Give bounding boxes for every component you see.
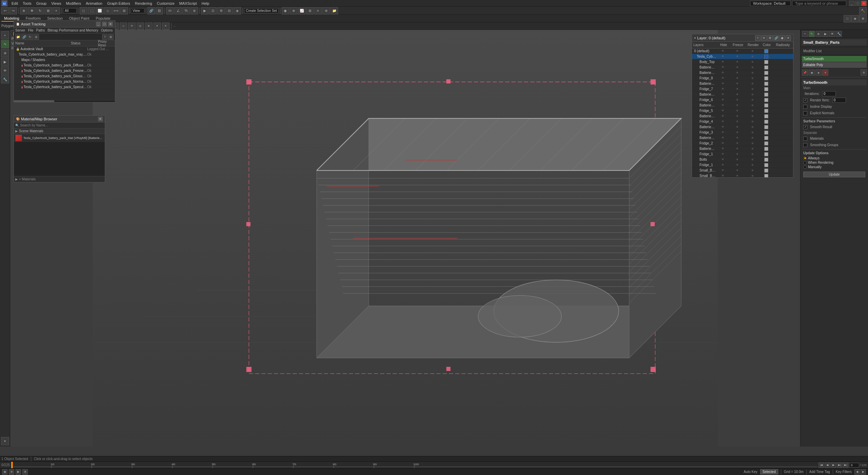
asset-menu-server[interactable]: Server xyxy=(15,28,25,32)
create-selection-dropdown[interactable]: Create Selection Set xyxy=(244,8,279,13)
activeshade-btn[interactable]: ◈ xyxy=(234,7,241,15)
motion-icon[interactable]: ▶ xyxy=(822,31,828,37)
material-search-input[interactable]: Search by Name... xyxy=(20,123,103,127)
percent-snap-btn[interactable]: % xyxy=(182,7,190,15)
asset-row-4[interactable]: ▮ Tesla_Cybertruck_battery_pack_Fresnel.… xyxy=(14,68,115,74)
layer-freeze-16[interactable]: ❄ xyxy=(730,136,745,139)
layer-render-10[interactable]: ⊕ xyxy=(745,104,760,107)
layer-freeze-14[interactable]: ❄ xyxy=(730,125,745,128)
layer-render-16[interactable]: ⊕ xyxy=(745,136,760,139)
menu-edit[interactable]: Edit xyxy=(9,1,20,6)
redo-btn[interactable]: ↪ xyxy=(9,7,17,15)
menu-views[interactable]: Views xyxy=(49,1,63,6)
allways-radio-item[interactable]: Allways xyxy=(803,156,865,160)
layer-item-14[interactable]: Batteries_3 👁 ❄ ⊕ xyxy=(692,124,793,130)
status-icon-3[interactable]: ▶ xyxy=(16,469,21,475)
layer-hide-21[interactable]: 👁 xyxy=(716,163,730,166)
layer-render-18[interactable]: ⊕ xyxy=(745,147,760,150)
asset-scroll-thumb[interactable] xyxy=(14,100,54,102)
viewport-area[interactable]: [+] [Perspective] [Shaded + Edged Faces]… xyxy=(10,30,800,447)
layer-hide-1[interactable]: 👁 xyxy=(716,55,730,58)
menu-animation[interactable]: Animation xyxy=(84,1,104,6)
status-icon-4[interactable]: ⊞ xyxy=(22,469,28,475)
layer-hide-20[interactable]: 👁 xyxy=(716,158,730,161)
layer-color-9[interactable] xyxy=(760,98,772,102)
layer-freeze-11[interactable]: ❄ xyxy=(730,109,745,112)
mode-icon-1[interactable]: □ xyxy=(844,15,851,22)
editable-poly-stack-item[interactable]: Editable Poly xyxy=(802,62,867,68)
layer-freeze-7[interactable]: ❄ xyxy=(730,87,745,91)
layer-freeze-18[interactable]: ❄ xyxy=(730,147,745,150)
hammer-btn[interactable]: 🔨 xyxy=(859,7,867,15)
layer-item-21[interactable]: Fridge_1 👁 ❄ ⊕ xyxy=(692,162,793,168)
xref-btn[interactable]: ⊕ xyxy=(322,7,330,15)
layer-hide-13[interactable]: 👁 xyxy=(716,120,730,123)
select-btn[interactable]: ⊕ xyxy=(20,7,27,15)
layer-color-1[interactable] xyxy=(760,55,772,59)
layer-freeze-8[interactable]: ❄ xyxy=(730,93,745,96)
layer-item-18[interactable]: Batteries_1 👁 ❄ ⊕ xyxy=(692,146,793,152)
hierarchy-icon[interactable]: ⊕ xyxy=(815,31,822,37)
menu-customize[interactable]: Customize xyxy=(155,1,177,6)
next-frame-btn[interactable]: ▶| xyxy=(837,462,842,468)
link-btn[interactable]: 🔗 xyxy=(147,7,155,15)
menu-rendering[interactable]: Rendering xyxy=(133,1,154,6)
minimize-btn[interactable]: _ xyxy=(849,1,854,6)
layer-new-btn[interactable]: + xyxy=(755,35,761,41)
layer-delete-btn[interactable]: ✕ xyxy=(761,35,767,41)
timeline-track[interactable]: 10 20 30 40 50 60 70 80 90 100 xyxy=(11,462,817,468)
layer-hide-2[interactable]: 👁 xyxy=(716,60,730,63)
layer-color-8[interactable] xyxy=(760,93,772,97)
layer-hide-23[interactable]: 👁 xyxy=(716,174,730,177)
track-view-btn[interactable]: 📈 xyxy=(298,7,305,15)
layer-hide-3[interactable]: 👁 xyxy=(716,66,730,69)
layer-render-12[interactable]: ⊕ xyxy=(745,115,760,118)
layer-hide-4[interactable]: 👁 xyxy=(716,71,730,74)
layer-item-19[interactable]: Fridge_1 👁 ❄ ⊕ xyxy=(692,152,793,157)
asset-scrollbar[interactable] xyxy=(14,100,115,102)
asset-minimize-btn[interactable]: _ xyxy=(96,22,101,26)
layer-freeze-12[interactable]: ❄ xyxy=(730,115,745,118)
layer-color-21[interactable] xyxy=(760,163,772,167)
poly-ring[interactable]: ◎ xyxy=(137,22,144,30)
mode-icon-3[interactable]: ⊕ xyxy=(859,15,867,22)
modify-icon[interactable]: ✎ xyxy=(809,31,815,37)
layer-color-4[interactable] xyxy=(760,71,772,75)
poly-remove[interactable]: ✕ xyxy=(162,22,170,30)
layer-item-1[interactable]: Tesla_Cybr... 👁 ❄ ⊕ xyxy=(692,54,793,59)
manually-radio-item[interactable]: Manually xyxy=(803,165,865,169)
asset-row-0[interactable]: 🔒 Autodesk Vault Logged Out ... xyxy=(14,46,115,52)
layer-freeze-0[interactable]: ❄ xyxy=(730,50,745,53)
layer-render-15[interactable]: ⊕ xyxy=(745,131,760,134)
mode-icon-2[interactable]: ◈ xyxy=(851,15,859,22)
poly-target-weld[interactable]: ✦ xyxy=(154,22,161,30)
menu-help[interactable]: Help xyxy=(200,1,212,6)
layer-hide-16[interactable]: 👁 xyxy=(716,136,730,139)
layer-item-17[interactable]: Fridge_2 👁 ❄ ⊕ xyxy=(692,141,793,146)
modify-panel-btn[interactable]: ✎ xyxy=(1,40,9,48)
layer-hide-15[interactable]: 👁 xyxy=(716,131,730,134)
layer-color-18[interactable] xyxy=(760,147,772,151)
layer-hide-0[interactable]: 👁 xyxy=(716,50,730,53)
workspace-selector[interactable]: Workspace: Default xyxy=(750,1,791,6)
layer-render-13[interactable]: ⊕ xyxy=(745,120,760,123)
asset-menu-bitmap[interactable]: Bitmap Performance and Memory xyxy=(47,28,98,32)
layer-render-1[interactable]: ⊕ xyxy=(745,55,760,58)
layer-item-4[interactable]: Batteries_8 👁 ❄ ⊕ xyxy=(692,70,793,76)
layer-hide-17[interactable]: 👁 xyxy=(716,142,730,145)
layer-color-20[interactable] xyxy=(760,158,772,162)
utils-icon[interactable]: 🔧 xyxy=(836,31,842,37)
3d-snap-btn[interactable]: 3D xyxy=(166,7,174,15)
layer-hide-11[interactable]: 👁 xyxy=(716,109,730,112)
align-btn[interactable]: ⊞ xyxy=(120,7,128,15)
asset-row-1[interactable]: Tesla_Cybertruck_battery_pack_max_vray.m… xyxy=(14,52,115,57)
poly-weld[interactable]: ⊕ xyxy=(145,22,153,30)
hierarchy-panel-btn[interactable]: ⊕ xyxy=(1,49,9,57)
layer-freeze-2[interactable]: ❄ xyxy=(730,60,745,63)
update-btn[interactable]: Update xyxy=(803,172,865,177)
layer-render-2[interactable]: ⊕ xyxy=(745,60,760,63)
quick-render-btn[interactable]: ⊡ xyxy=(209,7,217,15)
layer-color-10[interactable] xyxy=(760,103,772,107)
asset-close-btn[interactable]: ✕ xyxy=(108,22,113,26)
layer-color-15[interactable] xyxy=(760,131,772,135)
